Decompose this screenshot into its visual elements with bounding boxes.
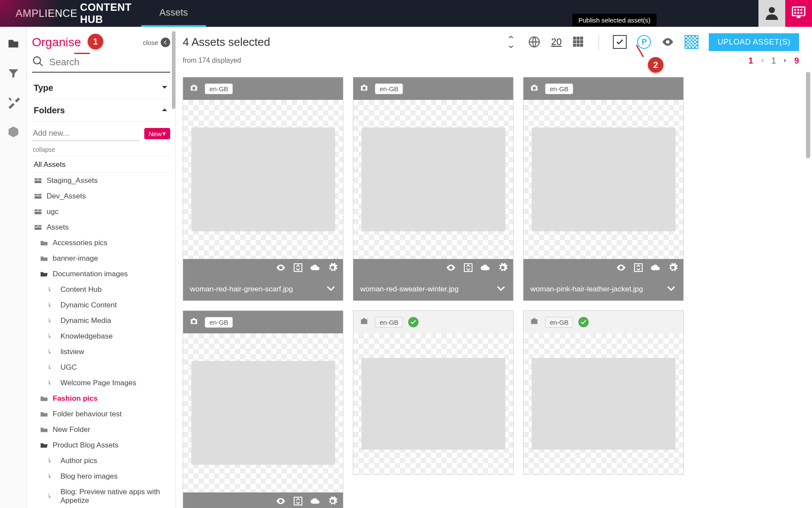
pager-next-icon[interactable] <box>782 56 788 66</box>
sidebar-close-button[interactable]: close <box>143 38 170 47</box>
cloud-icon[interactable] <box>480 262 491 275</box>
asset-filename: woman-red-hair-green-scarf.jpg <box>190 285 293 294</box>
folder-item[interactable]: Welcome Page Images <box>32 375 170 391</box>
chevron-down-icon[interactable] <box>496 283 506 296</box>
card-thumbnail[interactable] <box>523 333 683 474</box>
card-thumbnail[interactable] <box>523 100 683 259</box>
folder-item[interactable]: Dynamic Media <box>32 313 170 329</box>
tools-rail-icon[interactable] <box>7 96 20 111</box>
folder-item[interactable]: Content Hub <box>32 282 170 297</box>
package-rail-icon[interactable] <box>7 125 20 140</box>
preview-icon[interactable] <box>276 496 286 508</box>
asset-card[interactable]: en-GB <box>523 310 684 475</box>
asset-card[interactable]: en-GBwoman-red-hair-green-scarf.jpg <box>183 77 343 301</box>
locale-chip[interactable]: en-GB <box>205 83 233 94</box>
preview-icon[interactable] <box>276 262 286 275</box>
collapse-link[interactable]: collapse <box>32 144 170 156</box>
folder-item[interactable]: Documentation images <box>32 266 170 282</box>
pager-last[interactable]: 9 <box>794 56 799 66</box>
folder-item[interactable]: listview <box>32 344 170 360</box>
type-section-toggle[interactable]: Type <box>32 77 170 99</box>
folder-item[interactable]: UGC <box>32 360 170 375</box>
select-all-button[interactable] <box>613 35 627 49</box>
folder-item[interactable]: Knowledgebase <box>32 329 170 344</box>
locale-chip[interactable]: en-GB <box>545 317 573 328</box>
cloud-icon[interactable] <box>310 496 320 508</box>
locale-chip[interactable]: en-GB <box>375 317 403 328</box>
folders-section-toggle[interactable]: Folders <box>32 99 170 122</box>
brand-logo[interactable]: AMPLIENCE CONTENT HUB <box>0 0 141 27</box>
asset-card[interactable]: en-GBwoman-red-sweater-winter.jpg <box>353 77 514 301</box>
upload-button[interactable]: UPLOAD ASSET(S) <box>709 33 799 51</box>
gear-icon[interactable] <box>668 262 678 275</box>
folder-icon <box>40 426 48 433</box>
search-input[interactable] <box>49 57 170 68</box>
chevron-down-icon[interactable] <box>326 283 336 296</box>
transform-icon[interactable] <box>293 262 303 275</box>
cloud-icon[interactable] <box>310 262 320 275</box>
folder-item[interactable]: Staging_Assets <box>32 173 170 189</box>
pager-current[interactable]: 1 <box>749 56 753 66</box>
folder-item[interactable]: Author pics <box>32 453 170 469</box>
locale-chip[interactable]: en-GB <box>205 317 233 328</box>
organise-rail-icon[interactable] <box>7 37 20 52</box>
sidebar-scrollbar[interactable] <box>172 31 175 109</box>
folder-item[interactable]: Dynamic Content <box>32 297 170 313</box>
folder-item[interactable]: Blog: Preview native apps with Appetize <box>32 484 170 508</box>
card-thumbnail[interactable] <box>353 100 513 259</box>
preview-icon[interactable] <box>446 262 456 275</box>
folder-item[interactable]: Blog hero images <box>32 469 170 484</box>
main-scrollbar[interactable] <box>806 72 810 158</box>
folder-item[interactable]: banner-image <box>32 251 170 266</box>
publish-button[interactable]: P <box>637 35 651 49</box>
filter-rail-icon[interactable] <box>7 67 20 81</box>
folder-item[interactable]: Product Blog Assets <box>32 438 170 453</box>
gear-icon[interactable] <box>327 496 338 508</box>
svg-rect-18 <box>37 210 39 211</box>
cloud-icon[interactable] <box>650 262 661 275</box>
locale-button[interactable] <box>528 35 541 48</box>
tab-assets[interactable]: Assets <box>141 0 206 27</box>
drawer-icon <box>34 224 42 231</box>
grid-view-button[interactable] <box>572 35 585 48</box>
app-switcher-button[interactable] <box>785 0 812 27</box>
sort-toggle[interactable] <box>504 35 517 48</box>
page-size[interactable]: 20 <box>551 36 561 48</box>
user-icon <box>764 5 779 22</box>
card-actions <box>523 259 683 278</box>
pager-prev-icon[interactable] <box>759 56 765 66</box>
svg-rect-17 <box>35 212 41 214</box>
transform-icon[interactable] <box>633 262 644 275</box>
folder-item[interactable]: Folder behaviour test <box>32 406 170 422</box>
folder-item[interactable]: New Folder <box>32 422 170 438</box>
asset-card[interactable]: en-GB <box>183 310 343 508</box>
transform-icon[interactable] <box>463 262 473 275</box>
camera-icon <box>188 316 200 328</box>
folder-item[interactable]: ugc <box>32 204 170 220</box>
locale-chip[interactable]: en-GB <box>545 83 573 94</box>
all-assets-item[interactable]: All Assets <box>32 157 170 173</box>
preview-icon[interactable] <box>616 262 626 275</box>
locale-chip[interactable]: en-GB <box>375 83 403 94</box>
asset-card[interactable]: en-GBwoman-pink-hair-leather-jacket.jpg <box>523 77 684 301</box>
preview-button[interactable] <box>661 35 674 48</box>
gear-icon[interactable] <box>498 262 508 275</box>
card-header: en-GB <box>353 77 513 100</box>
asset-card[interactable]: en-GB <box>353 310 514 475</box>
user-menu-button[interactable] <box>758 0 785 27</box>
transparency-toggle[interactable] <box>685 35 698 49</box>
card-thumbnail[interactable] <box>183 100 343 259</box>
sidebar-search[interactable] <box>32 55 170 73</box>
transform-icon[interactable] <box>293 496 303 508</box>
chevron-down-icon[interactable] <box>666 283 676 296</box>
pager-page[interactable]: 1 <box>771 56 776 66</box>
card-thumbnail[interactable] <box>353 333 513 474</box>
gear-icon[interactable] <box>327 262 338 275</box>
folder-item[interactable]: Fashion pics <box>32 391 170 406</box>
new-folder-button[interactable]: New ▾ <box>144 128 170 139</box>
folder-item[interactable]: Dev_Assets <box>32 189 170 204</box>
add-folder-input[interactable] <box>32 126 140 141</box>
folder-item[interactable]: Assets <box>32 220 170 235</box>
folder-item[interactable]: Accessories pics <box>32 235 170 251</box>
card-thumbnail[interactable] <box>183 333 343 492</box>
